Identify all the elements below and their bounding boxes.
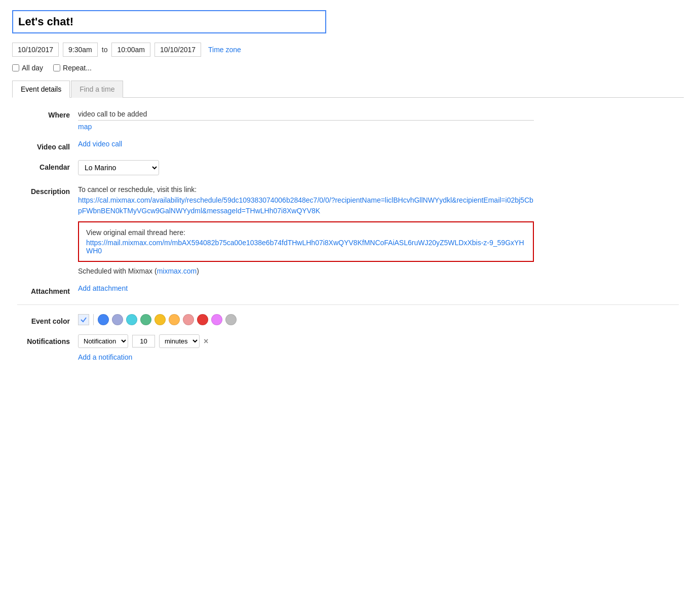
notification-amount-input[interactable] — [132, 335, 155, 348]
all-day-option[interactable]: All day — [12, 64, 43, 72]
color-row — [78, 314, 679, 325]
color-swatch-gray[interactable] — [225, 314, 237, 325]
color-swatch-green[interactable] — [140, 314, 151, 325]
to-label: to — [102, 46, 108, 54]
description-row: Description To cancel or reschedule, vis… — [17, 184, 679, 275]
map-link[interactable]: map — [78, 123, 679, 131]
attachment-label: Attachment — [17, 284, 78, 295]
where-content: map — [78, 108, 679, 131]
form-section: Where map Video call Add video call Cale… — [12, 108, 684, 361]
calendar-label: Calendar — [17, 160, 78, 171]
color-swatch-yellow[interactable] — [154, 314, 166, 325]
video-call-row: Video call Add video call — [17, 140, 679, 151]
calendar-select[interactable]: Lo Marino Other Calendar — [78, 160, 159, 175]
checkmark-icon — [80, 316, 87, 323]
where-label: Where — [17, 108, 78, 119]
notifications-label: Notifications — [17, 334, 78, 345]
scheduled-close: ) — [197, 267, 199, 275]
start-time[interactable]: 9:30am — [63, 43, 98, 57]
event-color-label: Event color — [17, 314, 78, 325]
video-call-label: Video call — [17, 140, 78, 151]
event-color-row: Event color — [17, 314, 679, 325]
datetime-row: 10/10/2017 9:30am to 10:00am 10/10/2017 … — [12, 43, 684, 57]
notification-row: Notification Email minutes hours days we… — [78, 334, 679, 348]
mixmax-link[interactable]: mixmax.com — [157, 267, 197, 275]
description-intro-text: To cancel or reschedule, visit this link… — [78, 185, 197, 194]
color-swatch-red[interactable] — [197, 314, 208, 325]
tab-event-details[interactable]: Event details — [12, 81, 70, 98]
timezone-link[interactable]: Time zone — [208, 46, 241, 54]
where-input[interactable] — [78, 108, 534, 121]
scheduled-prefix: Scheduled with Mixmax ( — [78, 267, 157, 275]
notification-unit-select[interactable]: minutes hours days weeks — [159, 334, 200, 348]
repeat-checkbox[interactable] — [53, 64, 60, 71]
notifications-content: Notification Email minutes hours days we… — [78, 334, 679, 361]
description-label: Description — [17, 184, 78, 196]
event-title-input[interactable] — [12, 10, 326, 33]
repeat-option[interactable]: Repeat... — [53, 64, 92, 72]
divider-1 — [17, 304, 679, 305]
attachment-row: Attachment Add attachment — [17, 284, 679, 295]
notification-remove-button[interactable]: × — [204, 337, 208, 346]
end-date[interactable]: 10/10/2017 — [154, 43, 201, 57]
end-time[interactable]: 10:00am — [111, 43, 150, 57]
color-swatch-teal[interactable] — [126, 314, 137, 325]
color-swatch-blue[interactable] — [98, 314, 109, 325]
tab-find-time[interactable]: Find a time — [71, 81, 123, 98]
calendar-content: Lo Marino Other Calendar — [78, 160, 679, 175]
where-row: Where map — [17, 108, 679, 131]
color-swatch-lavender[interactable] — [112, 314, 123, 325]
notifications-row: Notifications Notification Email minutes… — [17, 334, 679, 361]
options-row: All day Repeat... — [12, 64, 684, 72]
color-swatch-orange[interactable] — [169, 314, 180, 325]
add-attachment-link[interactable]: Add attachment — [78, 284, 128, 292]
highlight-box: View original email thread here: https:/… — [78, 221, 534, 262]
tabs-row: Event details Find a time — [12, 80, 684, 98]
add-video-call-link[interactable]: Add video call — [78, 140, 122, 148]
video-call-content: Add video call — [78, 140, 679, 148]
event-color-content — [78, 314, 679, 325]
color-swatch-pink[interactable] — [183, 314, 194, 325]
highlight-link[interactable]: https://mail.mixmax.com/m/mbAX594082b75c… — [86, 239, 524, 255]
start-date[interactable]: 10/10/2017 — [12, 43, 59, 57]
all-day-label: All day — [22, 64, 43, 72]
color-divider — [93, 314, 94, 325]
calendar-row: Calendar Lo Marino Other Calendar — [17, 160, 679, 175]
description-content: To cancel or reschedule, visit this link… — [78, 184, 679, 275]
description-intro: To cancel or reschedule, visit this link… — [78, 184, 534, 216]
scheduled-text: Scheduled with Mixmax (mixmax.com) — [78, 267, 534, 275]
color-swatch-purple[interactable] — [211, 314, 222, 325]
attachment-content: Add attachment — [78, 284, 679, 292]
highlight-intro: View original email thread here: — [86, 228, 526, 237]
reschedule-link[interactable]: https://cal.mixmax.com/availability/resc… — [78, 196, 533, 215]
color-check-selected[interactable] — [78, 314, 89, 325]
add-notification-link[interactable]: Add a notification — [78, 353, 679, 361]
repeat-label: Repeat... — [63, 64, 92, 72]
all-day-checkbox[interactable] — [12, 64, 19, 71]
notification-type-select[interactable]: Notification Email — [78, 334, 128, 348]
